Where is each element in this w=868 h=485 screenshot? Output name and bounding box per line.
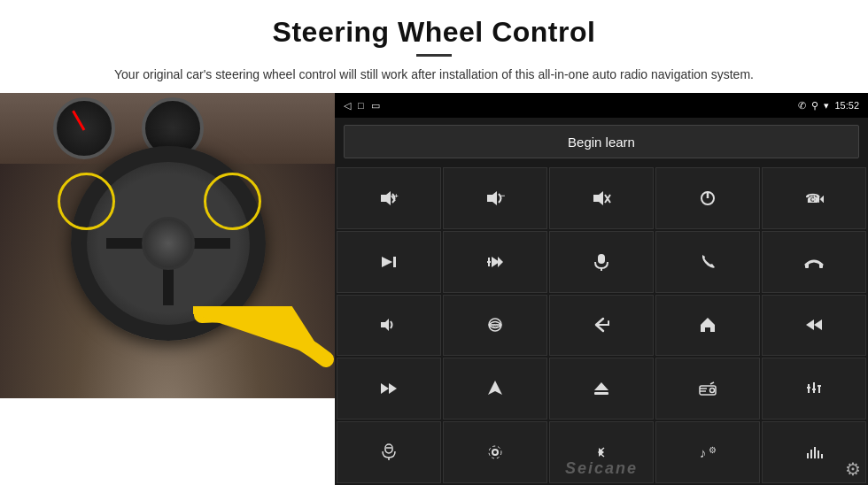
svg-marker-7 xyxy=(593,191,603,205)
svg-point-36 xyxy=(710,389,715,393)
clock: 15:52 xyxy=(834,100,859,111)
svg-point-50 xyxy=(489,446,501,458)
svg-rect-15 xyxy=(393,257,396,267)
vol-down-button[interactable]: − xyxy=(443,167,547,229)
svg-text:♪: ♪ xyxy=(700,445,707,460)
svg-marker-29 xyxy=(814,319,822,330)
back-nav-icon[interactable]: ◁ xyxy=(344,100,351,112)
rewind-button[interactable] xyxy=(762,295,866,357)
settings-gear-icon[interactable]: ⚙ xyxy=(845,458,861,480)
svg-text:⚙: ⚙ xyxy=(709,445,717,455)
wheel-center xyxy=(142,217,195,270)
svg-text:+: + xyxy=(394,192,399,200)
svg-rect-23 xyxy=(819,264,823,268)
svg-marker-14 xyxy=(382,257,392,267)
mute-button[interactable] xyxy=(549,167,654,229)
svg-marker-30 xyxy=(381,383,389,394)
radio-button[interactable] xyxy=(655,358,760,420)
phone-answer-button[interactable] xyxy=(655,231,760,293)
svg-rect-57 xyxy=(821,454,823,458)
bluetooth-button[interactable] xyxy=(549,421,654,483)
navigate-button[interactable] xyxy=(443,358,547,420)
svg-rect-56 xyxy=(818,450,819,458)
mic-alt-button[interactable] xyxy=(337,421,441,483)
gauge-left xyxy=(53,97,115,159)
svg-text:⏮: ⏮ xyxy=(813,191,824,205)
control-grid: + − ☎⏮ xyxy=(335,166,868,485)
page-title: Steering Wheel Control xyxy=(53,16,815,49)
camera-360-button[interactable]: 360° xyxy=(443,295,547,357)
svg-marker-5 xyxy=(487,191,497,205)
svg-text:−: − xyxy=(500,191,505,200)
svg-rect-54 xyxy=(810,450,812,458)
svg-marker-24 xyxy=(381,319,389,331)
subtitle: Your original car's steering wheel contr… xyxy=(102,65,766,84)
svg-point-49 xyxy=(492,450,498,455)
recent-apps-icon[interactable]: ▭ xyxy=(371,100,380,112)
content-area: ◁ □ ▭ ✆ ⚲ ▾ 15:52 Begin learn + xyxy=(0,93,868,485)
svg-rect-34 xyxy=(594,392,608,395)
btn-circle-left xyxy=(58,173,115,230)
fast-forward-button[interactable] xyxy=(337,358,441,420)
page-container: Steering Wheel Control Your original car… xyxy=(0,0,868,485)
wifi-icon: ▾ xyxy=(824,100,829,112)
status-bar: ◁ □ ▭ ✆ ⚲ ▾ 15:52 xyxy=(335,93,868,118)
status-bar-left: ◁ □ ▭ xyxy=(344,100,380,112)
svg-marker-28 xyxy=(806,319,814,330)
svg-rect-35 xyxy=(700,386,716,395)
microphone-button[interactable] xyxy=(549,231,654,293)
header-section: Steering Wheel Control Your original car… xyxy=(0,0,868,93)
svg-rect-55 xyxy=(814,447,816,458)
equalizer-button[interactable] xyxy=(762,358,866,420)
settings-alt-button[interactable] xyxy=(443,421,547,483)
prev-track-button[interactable]: ☎⏮ xyxy=(762,167,866,229)
next-track-button[interactable] xyxy=(337,231,441,293)
btn-circle-right xyxy=(204,173,261,230)
title-divider xyxy=(416,54,452,57)
begin-learn-row: Begin learn xyxy=(335,118,868,166)
svg-marker-1 xyxy=(381,191,391,205)
steering-wheel-image xyxy=(0,93,335,398)
svg-rect-46 xyxy=(385,444,392,453)
eject-button[interactable] xyxy=(549,358,654,420)
horn-speaker-button[interactable] xyxy=(337,295,441,357)
music-button[interactable]: ♪⚙ xyxy=(655,421,760,483)
svg-rect-20 xyxy=(598,254,605,264)
back-nav-button[interactable] xyxy=(549,295,654,357)
svg-rect-53 xyxy=(807,453,809,458)
home-nav-icon[interactable]: □ xyxy=(358,100,364,111)
vol-up-button[interactable]: + xyxy=(337,167,441,229)
phone-icon: ✆ xyxy=(798,100,806,112)
svg-marker-19 xyxy=(498,257,503,267)
svg-rect-22 xyxy=(805,264,809,268)
android-screen: ◁ □ ▭ ✆ ⚲ ▾ 15:52 Begin learn + xyxy=(335,93,868,485)
svg-marker-31 xyxy=(389,383,397,394)
home-nav-button[interactable] xyxy=(655,295,760,357)
begin-learn-button[interactable]: Begin learn xyxy=(344,125,859,158)
status-bar-right: ✆ ⚲ ▾ 15:52 xyxy=(798,100,859,112)
svg-marker-32 xyxy=(488,381,502,395)
svg-line-39 xyxy=(710,382,714,384)
yellow-arrow-svg xyxy=(193,306,335,386)
svg-text:360°: 360° xyxy=(491,323,500,328)
svg-marker-33 xyxy=(594,382,608,390)
location-icon: ⚲ xyxy=(811,100,818,112)
arrow-container xyxy=(193,306,335,389)
hang-up-button[interactable] xyxy=(762,231,866,293)
ff-skip-button[interactable] xyxy=(443,231,547,293)
power-button[interactable] xyxy=(655,167,760,229)
